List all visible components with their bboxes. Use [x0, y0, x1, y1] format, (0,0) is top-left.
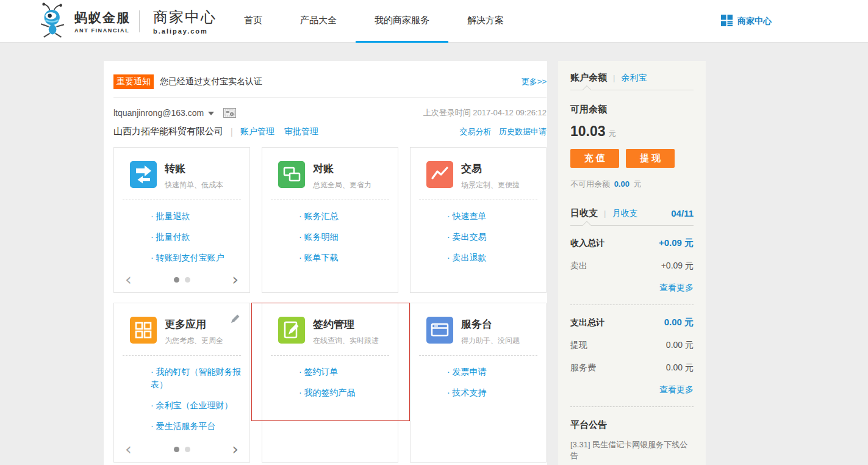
nav-item-products[interactable]: 产品大全: [281, 0, 356, 43]
divider: |: [613, 73, 615, 82]
currency-unit: 元: [609, 129, 616, 139]
carousel-dot[interactable]: [185, 447, 190, 452]
cashflow-tabs: 日收支 | 月收支 04/11: [570, 207, 694, 219]
card-link[interactable]: 批量退款: [151, 210, 243, 223]
tab-account-balance[interactable]: 账户余额: [570, 72, 607, 84]
card-link[interactable]: 账单下载: [299, 251, 392, 264]
trade-icon: [426, 161, 453, 188]
ant-financial-logo[interactable]: 蚂蚁金服 ANT FINANCIAL 商家中心 b.alipay.com: [37, 1, 217, 41]
tab-monthly-cashflow[interactable]: 月收支: [612, 208, 637, 219]
withdraw-row: 提现 0.00 元: [570, 340, 694, 351]
income-total-row: 收入总计 +0.09 元: [570, 237, 694, 249]
card-link[interactable]: 账务汇总: [299, 210, 392, 223]
withdraw-button[interactable]: 提 现: [626, 149, 675, 168]
nav-item-my-merchant-services[interactable]: 我的商家服务: [356, 0, 448, 43]
account-email[interactable]: ltquanjinrong@163.com: [113, 108, 204, 118]
card-link[interactable]: 发票申请: [447, 366, 540, 378]
carousel-dot-active[interactable]: [174, 447, 179, 452]
card-link[interactable]: 卖出退款: [447, 251, 540, 264]
card-link[interactable]: 批量付款: [151, 231, 243, 243]
sold-row: 卖出 +0.09 元: [570, 261, 694, 272]
card-subtitle: 在线查询、实时跟进: [313, 336, 379, 346]
card-link[interactable]: 我的钉钉（智能财务报表）: [151, 366, 243, 391]
unavailable-balance-label: 不可用余额: [570, 179, 610, 189]
account-summary: ltquanjinrong@163.com 上次登录时间 2017-04-12 …: [113, 98, 547, 139]
main-panel: 重要通知 您已经通过支付宝实名认证 更多>> ltquanjinrong@163…: [104, 61, 547, 465]
card-subtitle: 场景定制、更便捷: [461, 180, 520, 190]
card-link[interactable]: 卖出交易: [447, 231, 540, 243]
trade-analysis-link[interactable]: 交易分析: [460, 127, 492, 136]
carousel-prev-icon[interactable]: ‹: [125, 274, 132, 285]
card-trade: 交易 场景定制、更便捷 快速查单 卖出交易 卖出退款: [410, 147, 547, 293]
service-cards-grid: 转账 快速简单、低成本 批量退款 批量付款 转账到支付宝账户 ‹ ›: [113, 147, 547, 463]
card-more-apps: 更多应用 为您考虑、更周全 我的钉钉（智能财务报表） 余利宝（企业理财） 爱生活…: [113, 303, 250, 463]
sold-value: +0.09 元: [661, 261, 694, 272]
announcement-item[interactable]: [3.31] 民生借记卡网银服务下线公告: [570, 439, 694, 461]
carousel-dot[interactable]: [185, 277, 190, 283]
nav-item-solutions[interactable]: 解决方案: [448, 0, 523, 43]
merchant-center-link-label: 商家中心: [737, 16, 772, 27]
merchant-center-shortcut[interactable]: 商家中心: [721, 15, 772, 28]
contract-icon: [278, 317, 305, 344]
carousel-next-icon[interactable]: ›: [232, 274, 239, 285]
carousel-prev-icon[interactable]: ‹: [125, 444, 132, 455]
card-link[interactable]: 快速查单: [447, 210, 540, 223]
brand-name-en: ANT FINANCIAL: [74, 27, 131, 34]
reconcile-icon: [278, 161, 305, 188]
card-title: 更多应用: [165, 317, 223, 331]
unavailable-balance-value: 0.00: [614, 179, 629, 189]
notice-more-link[interactable]: 更多>>: [522, 76, 547, 87]
card-title: 对账: [313, 162, 371, 176]
apps-grid-icon: [721, 15, 733, 28]
carousel-dot-active[interactable]: [174, 277, 179, 283]
card-carousel: ‹ ›: [125, 274, 239, 285]
card-link[interactable]: 余利宝（企业理财）: [151, 399, 243, 412]
service-desk-icon: [426, 317, 453, 344]
recharge-button[interactable]: 充 值: [570, 149, 619, 168]
expense-total-label: 支出总计: [570, 317, 604, 328]
card-contract-management: 签约管理 在线查询、实时跟进 签约订单 我的签约产品: [262, 303, 398, 463]
main-nav: 首页 产品大全 我的商家服务 解决方案: [225, 0, 523, 43]
see-more-income-link[interactable]: 查看更多: [659, 283, 694, 292]
history-data-request-link[interactable]: 历史数据申请: [499, 127, 547, 136]
account-sidebar: 账户余额 | 余利宝 可用余额 10.03 元 充 值 提 现 不可用余额 0.…: [558, 61, 706, 465]
card-title: 服务台: [461, 317, 520, 331]
approval-manage-link[interactable]: 审批管理: [284, 126, 318, 137]
dashed-divider: [570, 305, 694, 305]
card-carousel: ‹ ›: [125, 444, 239, 455]
income-total-value: +0.09 元: [659, 237, 694, 249]
account-manage-link[interactable]: 账户管理: [240, 126, 274, 137]
certificate-icon[interactable]: [223, 108, 236, 118]
tab-yulibao[interactable]: 余利宝: [621, 73, 647, 84]
unavailable-balance-row: 不可用余额 0.00 元: [570, 179, 694, 190]
card-subtitle: 得力助手、没问题: [461, 336, 520, 346]
divider: |: [604, 209, 606, 218]
card-reconciliation: 对账 总览全局、更省力 账务汇总 账务明细 账单下载: [262, 147, 398, 293]
card-link[interactable]: 爱生活服务平台: [151, 420, 243, 433]
nav-item-home[interactable]: 首页: [225, 0, 281, 43]
cashflow-date: 04/11: [671, 208, 694, 218]
carousel-next-icon[interactable]: ›: [232, 444, 239, 455]
tab-daily-cashflow[interactable]: 日收支: [570, 207, 598, 219]
edit-pencil-icon[interactable]: [230, 314, 240, 326]
brand-name-cn: 蚂蚁金服: [74, 9, 131, 26]
email-dropdown-caret-icon[interactable]: [208, 112, 214, 118]
service-fee-label: 服务费: [570, 362, 596, 373]
service-fee-value: 0.00 元: [666, 362, 694, 373]
card-link[interactable]: 账务明细: [299, 231, 392, 243]
sold-label: 卖出: [570, 261, 587, 272]
tab-underline: [570, 225, 694, 226]
balance-tabs: 账户余额 | 余利宝: [570, 72, 694, 84]
card-link[interactable]: 转账到支付宝账户: [151, 251, 243, 264]
see-more-expense-link[interactable]: 查看更多: [659, 384, 694, 394]
site-name-cn: 商家中心: [153, 7, 217, 27]
income-total-label: 收入总计: [570, 238, 604, 249]
site-domain: b.alipay.com: [153, 27, 217, 35]
card-title: 交易: [461, 162, 520, 176]
card-link[interactable]: 我的签约产品: [299, 386, 392, 399]
logo-divider: [139, 10, 140, 32]
card-title: 转账: [165, 162, 223, 176]
notice-bar: 重要通知 您已经通过支付宝实名认证 更多>>: [113, 61, 547, 98]
card-link[interactable]: 签约订单: [299, 366, 392, 378]
card-link[interactable]: 技术支持: [447, 386, 540, 399]
